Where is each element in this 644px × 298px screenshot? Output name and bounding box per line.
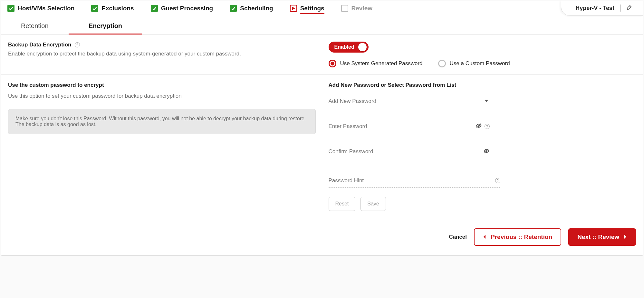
save-button[interactable]: Save: [360, 197, 386, 211]
previous-button-label: Previous :: Retention: [491, 233, 552, 241]
field-label: Password Hint: [329, 177, 364, 184]
radio-icon: [329, 60, 336, 67]
custom-password-section: Use the custom password to encrypt Use t…: [1, 75, 643, 221]
section-heading: Backup Data Encryption: [8, 42, 72, 48]
page-title: Hyper-V - Test: [575, 5, 614, 12]
radio-system-password[interactable]: Use System Generated Password: [329, 60, 423, 67]
enter-password-field[interactable]: Enter Password ?: [329, 123, 490, 134]
tab-encryption[interactable]: Encryption: [69, 16, 142, 34]
wizard-footer: Cancel Previous :: Retention Next :: Rev…: [1, 221, 643, 255]
step-review[interactable]: Review: [341, 5, 372, 12]
play-icon: [290, 5, 297, 12]
step-label: Guest Processing: [161, 5, 213, 11]
radio-icon: [438, 60, 446, 67]
reset-button[interactable]: Reset: [329, 197, 356, 211]
empty-checkbox-icon: [341, 5, 348, 12]
section-subtext: Use this option to set your custom passw…: [8, 93, 316, 99]
warning-box: Make sure you don't lose this Password. …: [8, 109, 316, 134]
step-label: Scheduling: [240, 5, 273, 11]
encryption-toggle-section: Backup Data Encryption ? Enable encrypti…: [1, 35, 643, 75]
field-label: Confirm Password: [329, 148, 373, 155]
password-hint-field[interactable]: Password Hint ?: [329, 177, 500, 188]
tab-retention[interactable]: Retention: [1, 16, 69, 34]
section-heading: Use the custom password to encrypt: [8, 82, 316, 88]
select-placeholder: Add New Password: [329, 98, 376, 104]
cancel-button[interactable]: Cancel: [449, 234, 467, 240]
step-label: Review: [351, 5, 372, 11]
eye-off-icon[interactable]: [483, 148, 490, 155]
section-subtext: Enable encryption to protect the backup …: [8, 51, 316, 57]
subtab-bar: Retention Encryption: [1, 15, 643, 35]
step-host-vms-selection[interactable]: Host/VMs Selection: [7, 5, 74, 12]
step-scheduling[interactable]: Scheduling: [230, 5, 273, 12]
edit-icon[interactable]: [626, 5, 632, 12]
step-label: Exclusions: [101, 5, 134, 11]
divider: [620, 5, 620, 12]
step-label: Settings: [300, 5, 324, 11]
encryption-toggle[interactable]: Enabled: [329, 42, 369, 53]
page-title-pill: Hyper-V - Test: [561, 1, 643, 16]
eye-off-icon[interactable]: [476, 123, 482, 130]
step-label: Host/VMs Selection: [18, 5, 74, 11]
password-select-field[interactable]: Add New Password: [329, 97, 490, 109]
chevron-left-icon: [483, 233, 486, 241]
radio-custom-password[interactable]: Use a Custom Password: [438, 60, 510, 67]
next-button[interactable]: Next :: Review: [568, 228, 636, 246]
check-icon: [230, 5, 237, 12]
help-icon[interactable]: ?: [495, 178, 500, 183]
svg-marker-1: [485, 100, 488, 102]
check-icon: [7, 5, 14, 12]
svg-marker-7: [624, 235, 626, 239]
help-icon[interactable]: ?: [75, 42, 80, 47]
help-icon[interactable]: ?: [485, 124, 490, 129]
check-icon: [151, 5, 158, 12]
radio-label: Use System Generated Password: [340, 60, 423, 67]
toggle-label: Enabled: [334, 44, 354, 50]
check-icon: [91, 5, 98, 12]
svg-marker-0: [292, 7, 295, 10]
chevron-right-icon: [624, 233, 627, 241]
section-heading: Add New Password or Select Password from…: [329, 82, 636, 88]
next-button-label: Next :: Review: [577, 233, 619, 241]
chevron-down-icon: [483, 97, 490, 105]
wizard-step-bar: Host/VMs Selection Exclusions Guest Proc…: [1, 1, 643, 15]
confirm-password-field[interactable]: Confirm Password: [329, 148, 490, 159]
svg-marker-6: [484, 235, 485, 239]
previous-button[interactable]: Previous :: Retention: [474, 228, 561, 246]
radio-label: Use a Custom Password: [450, 60, 510, 67]
step-exclusions[interactable]: Exclusions: [91, 5, 134, 12]
field-label: Enter Password: [329, 123, 367, 130]
step-settings[interactable]: Settings: [290, 5, 324, 12]
toggle-knob: [358, 43, 367, 51]
step-guest-processing[interactable]: Guest Processing: [151, 5, 213, 12]
